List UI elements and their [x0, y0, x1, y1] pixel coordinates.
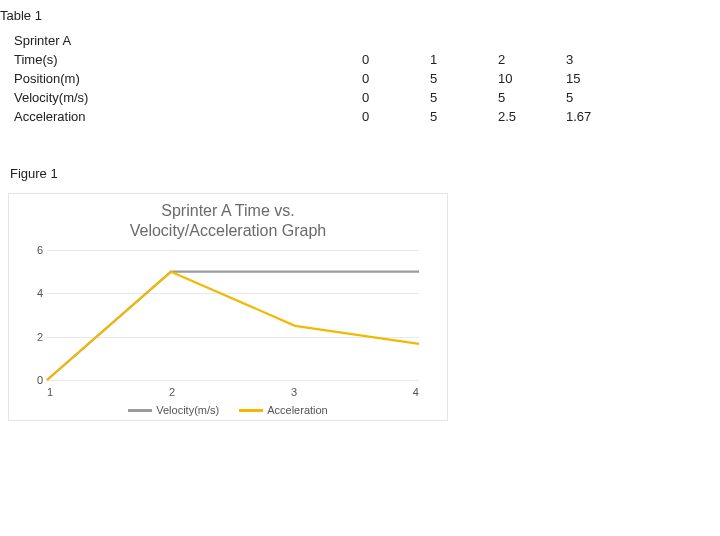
x-axis: 1234 — [47, 386, 419, 398]
cell: 2 — [494, 50, 562, 69]
row-label: Velocity(m/s) — [10, 88, 358, 107]
data-table: Sprinter A Time(s) 0 1 2 3 Position(m) 0… — [10, 31, 630, 126]
legend-item: Acceleration — [239, 404, 328, 416]
figure-label: Figure 1 — [10, 166, 710, 181]
cell: 0 — [358, 107, 426, 126]
y-tick-label: 4 — [19, 287, 43, 299]
chart-card: Sprinter A Time vs. Velocity/Acceleratio… — [8, 193, 448, 421]
cell: 0 — [358, 50, 426, 69]
cell: 5 — [426, 88, 494, 107]
cell: 1.67 — [562, 107, 630, 126]
x-tick-label: 4 — [413, 386, 419, 398]
table-row: Acceleration 0 5 2.5 1.67 — [10, 107, 630, 126]
gridline — [47, 380, 419, 381]
cell: 0 — [358, 69, 426, 88]
cell: 5 — [562, 88, 630, 107]
series-line — [47, 272, 419, 380]
legend-label: Velocity(m/s) — [156, 404, 219, 416]
table-row: Time(s) 0 1 2 3 — [10, 50, 630, 69]
y-tick-label: 2 — [19, 331, 43, 343]
x-tick-label: 1 — [47, 386, 53, 398]
table-row: Sprinter A — [10, 31, 630, 50]
series-line — [47, 272, 419, 380]
cell: 0 — [358, 88, 426, 107]
cell: 15 — [562, 69, 630, 88]
y-tick-label: 6 — [19, 244, 43, 256]
cell: 2.5 — [494, 107, 562, 126]
cell: 3 — [562, 50, 630, 69]
table-block: Table 1 Sprinter A Time(s) 0 1 2 3 Posit… — [0, 8, 710, 126]
chart-title-line2: Velocity/Acceleration Graph — [17, 222, 439, 240]
table-row-header: Sprinter A — [10, 31, 358, 50]
x-tick-label: 2 — [169, 386, 175, 398]
legend-swatch — [239, 409, 263, 412]
row-label: Position(m) — [10, 69, 358, 88]
row-label: Time(s) — [10, 50, 358, 69]
y-tick-label: 0 — [19, 374, 43, 386]
cell: 5 — [494, 88, 562, 107]
legend-label: Acceleration — [267, 404, 328, 416]
chart-title-line1: Sprinter A Time vs. — [17, 202, 439, 220]
chart-svg — [47, 250, 419, 380]
plot-area: 0246 1234 — [47, 250, 419, 380]
legend: Velocity(m/s)Acceleration — [17, 404, 439, 416]
table-row: Velocity(m/s) 0 5 5 5 — [10, 88, 630, 107]
cell: 5 — [426, 69, 494, 88]
cell: 10 — [494, 69, 562, 88]
legend-swatch — [128, 409, 152, 412]
cell: 5 — [426, 107, 494, 126]
row-label: Acceleration — [10, 107, 358, 126]
x-tick-label: 3 — [291, 386, 297, 398]
cell: 1 — [426, 50, 494, 69]
legend-item: Velocity(m/s) — [128, 404, 219, 416]
table-title: Table 1 — [0, 8, 710, 23]
table-row: Position(m) 0 5 10 15 — [10, 69, 630, 88]
y-axis: 0246 — [19, 250, 43, 380]
